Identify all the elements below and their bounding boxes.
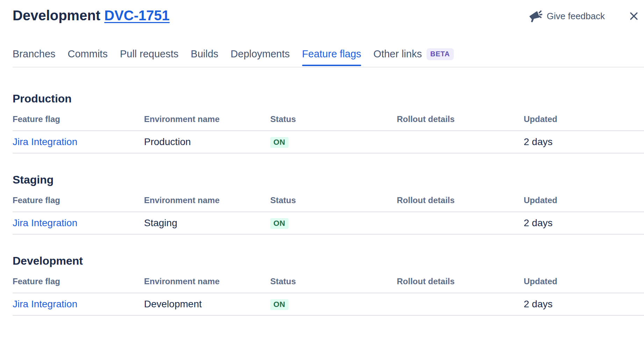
give-feedback-label: Give feedback: [547, 11, 605, 22]
updated-cell: 2 days: [524, 293, 644, 315]
give-feedback-button[interactable]: Give feedback: [529, 10, 605, 22]
table-header-row: Feature flag Environment name Status Rol…: [13, 109, 644, 131]
column-header-updated: Updated: [524, 109, 644, 131]
column-header-environment-name: Environment name: [144, 271, 270, 293]
table-row: Jira Integration Production ON 2 days: [13, 131, 644, 153]
section-heading: Production: [13, 92, 644, 105]
column-header-feature-flag: Feature flag: [13, 190, 144, 212]
feature-flag-link[interactable]: Jira Integration: [13, 299, 77, 309]
status-badge: ON: [270, 137, 288, 148]
section-heading: Development: [13, 254, 644, 267]
column-header-rollout-details: Rollout details: [397, 190, 524, 212]
rollout-details-cell: [397, 131, 524, 153]
close-icon: [629, 17, 639, 22]
issue-key-link[interactable]: DVC-1751: [104, 8, 170, 23]
updated-cell: 2 days: [524, 212, 644, 234]
close-button[interactable]: [628, 10, 640, 22]
table-header-row: Feature flag Environment name Status Rol…: [13, 271, 644, 293]
status-badge: ON: [270, 218, 288, 229]
section-development: Development Feature flag Environment nam…: [13, 254, 644, 316]
section-heading: Staging: [13, 173, 644, 186]
tab-feature-flags[interactable]: Feature flags: [302, 48, 361, 65]
feature-flag-table: Feature flag Environment name Status Rol…: [13, 190, 644, 235]
table-row: Jira Integration Staging ON 2 days: [13, 212, 644, 234]
column-header-updated: Updated: [524, 190, 644, 212]
section-production: Production Feature flag Environment name…: [13, 92, 644, 153]
tab-label: Pull requests: [120, 48, 179, 59]
column-header-status: Status: [270, 109, 397, 131]
tab-label: Commits: [68, 48, 108, 59]
tab-label: Builds: [191, 48, 219, 59]
tab-label: Branches: [13, 48, 56, 59]
table-row: Jira Integration Development ON 2 days: [13, 293, 644, 315]
column-header-updated: Updated: [524, 271, 644, 293]
tab-label: Other links: [373, 48, 422, 59]
column-header-feature-flag: Feature flag: [13, 109, 144, 131]
table-header-row: Feature flag Environment name Status Rol…: [13, 190, 644, 212]
column-header-environment-name: Environment name: [144, 109, 270, 131]
environment-name-cell: Production: [144, 131, 270, 153]
tab-label: Feature flags: [302, 48, 361, 59]
feature-flag-table: Feature flag Environment name Status Rol…: [13, 271, 644, 316]
tab-label: Deployments: [231, 48, 290, 59]
page-title: Development DVC-1751: [13, 7, 170, 24]
tab-pull-requests[interactable]: Pull requests: [120, 48, 179, 65]
column-header-status: Status: [270, 190, 397, 212]
tab-commits[interactable]: Commits: [68, 48, 108, 65]
rollout-details-cell: [397, 212, 524, 234]
page-title-text: Development: [13, 8, 100, 23]
column-header-environment-name: Environment name: [144, 190, 270, 212]
feature-flags-panel: Production Feature flag Environment name…: [0, 92, 644, 316]
column-header-feature-flag: Feature flag: [13, 271, 144, 293]
tab-other-links[interactable]: Other linksBETA: [373, 48, 454, 67]
tab-builds[interactable]: Builds: [191, 48, 219, 65]
status-badge: ON: [270, 299, 288, 310]
feature-flag-table: Feature flag Environment name Status Rol…: [13, 109, 644, 153]
rollout-details-cell: [397, 293, 524, 315]
column-header-rollout-details: Rollout details: [397, 109, 524, 131]
dev-panel-tabs: Branches Commits Pull requests Builds De…: [13, 48, 644, 67]
megaphone-icon: [529, 10, 542, 22]
beta-badge: BETA: [427, 48, 454, 60]
feature-flag-link[interactable]: Jira Integration: [13, 136, 77, 147]
section-staging: Staging Feature flag Environment name St…: [13, 173, 644, 235]
feature-flag-link[interactable]: Jira Integration: [13, 217, 77, 228]
header-actions: Give feedback: [529, 7, 640, 22]
tab-deployments[interactable]: Deployments: [231, 48, 290, 65]
environment-name-cell: Staging: [144, 212, 270, 234]
tab-branches[interactable]: Branches: [13, 48, 56, 65]
environment-name-cell: Development: [144, 293, 270, 315]
dialog-header: Development DVC-1751 Give feedback: [0, 0, 644, 24]
column-header-status: Status: [270, 271, 397, 293]
column-header-rollout-details: Rollout details: [397, 271, 524, 293]
updated-cell: 2 days: [524, 131, 644, 153]
